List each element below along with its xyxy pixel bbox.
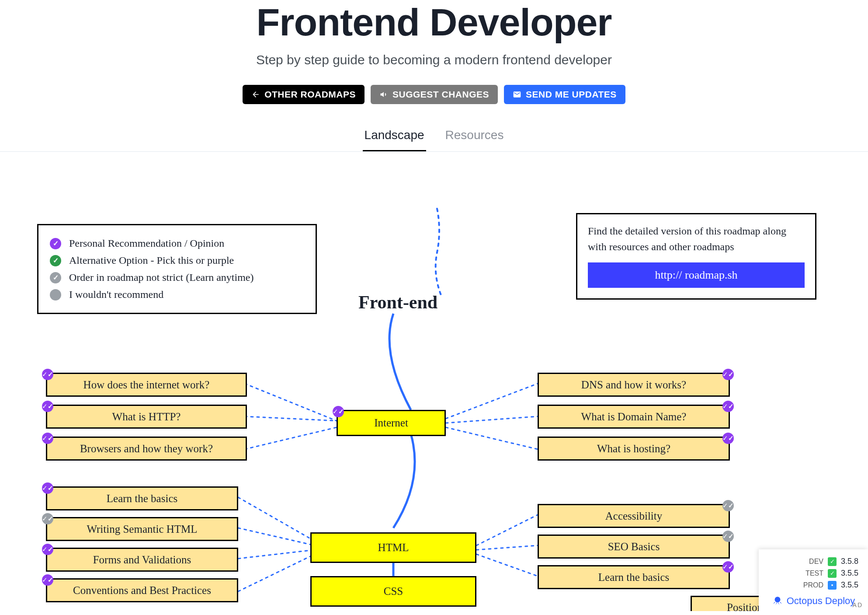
roadmap-link-button[interactable]: http:// roadmap.sh	[588, 262, 805, 288]
leaf-dns[interactable]: ✓ DNS and how it works?	[538, 373, 730, 397]
tab-resources[interactable]: Resources	[444, 128, 506, 151]
node-label: How does the internet work?	[83, 379, 210, 391]
version-label: 3.5.5	[841, 580, 860, 590]
check-icon-purple: ✓	[722, 401, 734, 412]
node-css[interactable]: CSS	[310, 576, 476, 607]
roadmap-diagram: Personal Recommendation / Opinion Altern…	[0, 165, 868, 611]
page-subtitle: Step by step guide to becoming a modern …	[0, 52, 868, 67]
check-icon-green	[50, 255, 61, 266]
megaphone-icon	[379, 90, 388, 99]
check-icon-purple: ✓	[42, 433, 53, 444]
leaf-semantic[interactable]: ✓ Writing Semantic HTML	[46, 517, 238, 541]
diagram-title: Front-end	[358, 292, 437, 313]
octopus-icon	[772, 595, 783, 607]
env-label: PROD	[802, 581, 823, 589]
node-label: What is HTTP?	[112, 411, 181, 423]
node-label: HTML	[378, 542, 409, 554]
check-icon: ✓	[828, 557, 837, 566]
node-label: DNS and how it works?	[581, 379, 686, 391]
tab-landscape[interactable]: Landscape	[363, 128, 426, 151]
check-icon-gray: ✓	[42, 513, 53, 524]
ad-label: AD	[853, 601, 863, 608]
node-label: CSS	[384, 585, 403, 598]
check-icon-purple: ✓	[42, 401, 53, 412]
box-icon: ▪	[828, 581, 837, 590]
node-label: SEO Basics	[608, 541, 660, 553]
ad-widget[interactable]: DEV ✓ 3.5.8 TEST ✓ 3.5.5 PROD ▪ 3.5.5 Oc…	[759, 549, 868, 611]
leaf-forms[interactable]: ✓ Forms and Validations	[46, 548, 238, 572]
version-label: 3.5.5	[841, 569, 860, 578]
version-label: 3.5.8	[841, 557, 860, 566]
arrow-left-icon	[251, 90, 260, 99]
check-icon-purple: ✓	[42, 369, 53, 380]
check-icon-gray	[50, 272, 61, 283]
page-title: Frontend Developer	[0, 0, 868, 45]
legend-item-alternative: Alternative Option - Pick this or purple	[50, 252, 304, 269]
leaf-accessibility[interactable]: ✓ Accessibility	[538, 504, 730, 528]
check-icon-purple: ✓	[42, 544, 53, 555]
legend-label: I wouldn't recommend	[69, 289, 163, 301]
node-internet[interactable]: ✓ Internet	[337, 410, 446, 436]
legend-item-anytime: Order in roadmap not strict (Learn anyti…	[50, 269, 304, 286]
check-icon-purple: ✓	[722, 433, 734, 444]
widget-row-dev: DEV ✓ 3.5.8	[767, 556, 860, 567]
leaf-basics[interactable]: ✓ Learn the basics	[46, 486, 238, 510]
widget-brand: Octopus Deploy	[767, 595, 860, 607]
widget-row-prod: PROD ▪ 3.5.5	[767, 579, 860, 591]
legend-label: Alternative Option - Pick this or purple	[69, 255, 234, 266]
node-label: Learn the basics	[107, 493, 177, 505]
leaf-hosting[interactable]: ✓ What is hosting?	[538, 437, 730, 461]
leaf-css-basics[interactable]: ✓ Learn the basics	[538, 565, 730, 589]
leaf-conventions[interactable]: ✓ Conventions and Best Practices	[46, 578, 238, 602]
info-text: Find the detailed version of this roadma…	[588, 223, 805, 255]
check-icon-purple: ✓	[42, 482, 53, 494]
check-icon-purple: ✓	[42, 574, 53, 586]
other-roadmaps-button[interactable]: OTHER ROADMAPS	[243, 85, 365, 104]
node-html[interactable]: HTML	[310, 532, 476, 563]
leaf-internet-work[interactable]: ✓ How does the internet work?	[46, 373, 247, 397]
env-label: TEST	[802, 570, 823, 577]
node-label: Writing Semantic HTML	[87, 523, 197, 535]
env-label: DEV	[802, 558, 823, 566]
check-icon-gray: ✓	[722, 531, 734, 542]
suggest-changes-button[interactable]: SUGGEST CHANGES	[371, 85, 498, 104]
info-box: Find the detailed version of this roadma…	[576, 213, 816, 300]
node-label: Forms and Validations	[93, 554, 191, 566]
other-roadmaps-label: OTHER ROADMAPS	[264, 89, 356, 100]
legend-item-recommend: Personal Recommendation / Opinion	[50, 235, 304, 252]
leaf-seo[interactable]: ✓ SEO Basics	[538, 535, 730, 559]
check-icon-purple	[50, 238, 61, 249]
legend-label: Order in roadmap not strict (Learn anyti…	[69, 272, 254, 283]
node-label: Conventions and Best Practices	[73, 584, 211, 597]
leaf-domain[interactable]: ✓ What is Domain Name?	[538, 405, 730, 429]
legend-label: Personal Recommendation / Opinion	[69, 238, 224, 249]
node-label: What is Domain Name?	[581, 411, 687, 423]
check-icon-purple: ✓	[722, 369, 734, 380]
check-icon-purple: ✓	[722, 561, 734, 573]
node-label: What is hosting?	[597, 443, 670, 455]
envelope-icon	[513, 90, 521, 99]
leaf-browsers[interactable]: ✓ Browsers and how they work?	[46, 437, 247, 461]
legend-box: Personal Recommendation / Opinion Altern…	[37, 224, 317, 314]
node-label: Internet	[374, 417, 408, 429]
send-updates-label: SEND ME UPDATES	[526, 89, 617, 100]
svg-point-0	[774, 597, 780, 602]
leaf-http[interactable]: ✓ What is HTTP?	[46, 405, 247, 429]
node-label: Browsers and how they work?	[80, 443, 213, 455]
check-icon-gray: ✓	[722, 500, 734, 511]
check-icon-purple: ✓	[333, 406, 344, 417]
dot-icon-gray	[50, 289, 61, 301]
brand-label: Octopus Deploy	[787, 595, 855, 607]
send-updates-button[interactable]: SEND ME UPDATES	[504, 85, 625, 104]
legend-item-not-recommend: I wouldn't recommend	[50, 286, 304, 303]
widget-row-test: TEST ✓ 3.5.5	[767, 567, 860, 579]
suggest-changes-label: SUGGEST CHANGES	[392, 89, 489, 100]
node-label: Accessibility	[605, 510, 663, 522]
node-label: Learn the basics	[598, 571, 669, 584]
check-icon: ✓	[828, 569, 837, 578]
